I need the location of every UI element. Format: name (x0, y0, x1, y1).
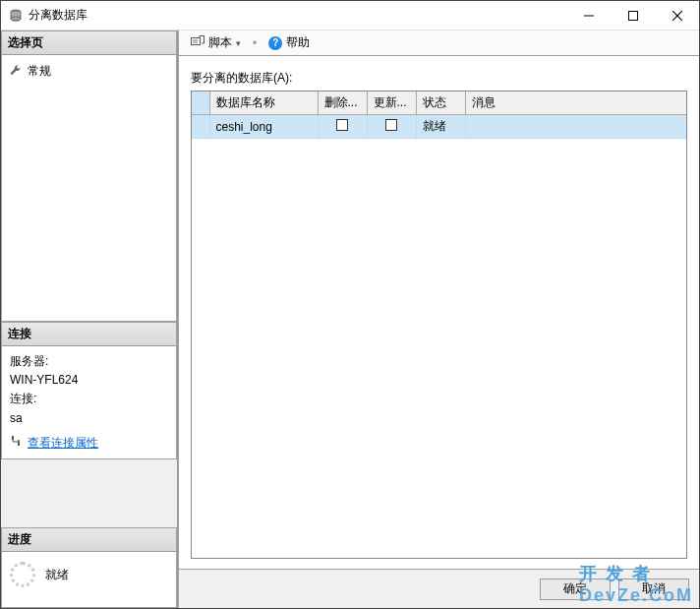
help-icon: ? (268, 36, 282, 50)
connection-icon (10, 434, 22, 453)
conn-label: 连接: (10, 390, 168, 408)
col-message[interactable]: 消息 (465, 91, 686, 115)
update-checkbox[interactable] (385, 119, 397, 131)
select-page-section: 选择页 常规 (1, 30, 177, 322)
row-handle-header (192, 91, 209, 115)
content-area: 要分离的数据库(A): 数据库名称 删除... 更新... 状态 消息 (179, 56, 699, 569)
footer: 确定 取消 (179, 569, 699, 608)
ok-button[interactable]: 确定 (540, 579, 611, 600)
connection-section: 连接 服务器: WIN-YFL624 连接: sa 查看连接属性 (1, 322, 177, 459)
database-icon (9, 9, 23, 23)
script-button[interactable]: 脚本 ▾ (187, 32, 245, 53)
view-connection-link[interactable]: 查看连接属性 (28, 434, 98, 453)
cell-name[interactable]: ceshi_long (209, 115, 318, 139)
cell-drop[interactable] (318, 115, 367, 139)
toolbar: 脚本 ▾ • ? 帮助 (179, 30, 699, 56)
col-update[interactable]: 更新... (367, 91, 416, 115)
nav-item-general[interactable]: 常规 (10, 61, 168, 82)
dialog-window: 分离数据库 选择页 常规 (0, 0, 700, 609)
maximize-button[interactable] (611, 1, 655, 30)
progress-body: 就绪 (2, 552, 176, 607)
script-label: 脚本 (208, 34, 232, 51)
progress-header: 进度 (2, 528, 176, 552)
table-row[interactable]: ceshi_long 就绪 (192, 115, 686, 139)
script-icon (191, 35, 204, 50)
sidebar-spacer (1, 459, 177, 527)
server-value: WIN-YFL624 (10, 371, 168, 390)
svg-rect-7 (18, 442, 20, 446)
cell-message (465, 115, 686, 139)
table-header-row: 数据库名称 删除... 更新... 状态 消息 (192, 91, 686, 115)
nav-item-label: 常规 (28, 63, 51, 80)
titlebar: 分离数据库 (1, 1, 699, 30)
help-label: 帮助 (286, 34, 310, 51)
conn-value: sa (10, 409, 168, 428)
wrench-icon (10, 64, 22, 79)
progress-status: 就绪 (45, 567, 69, 583)
minimize-button[interactable] (566, 1, 611, 30)
cancel-button[interactable]: 取消 (618, 579, 689, 600)
table-label: 要分离的数据库(A): (191, 70, 687, 87)
chevron-down-icon: ▾ (236, 38, 241, 48)
view-connection-row: 查看连接属性 (10, 434, 168, 453)
col-drop[interactable]: 删除... (318, 91, 367, 115)
help-button[interactable]: ? 帮助 (264, 32, 314, 53)
progress-spinner-icon (10, 562, 35, 587)
dialog-body: 选择页 常规 连接 服务器: WIN-YFL624 连接: sa (1, 30, 699, 608)
col-name[interactable]: 数据库名称 (209, 91, 318, 115)
main-panel: 脚本 ▾ • ? 帮助 要分离的数据库(A): 数据库名称 (178, 30, 699, 608)
window-controls (566, 1, 699, 30)
row-handle[interactable] (192, 115, 209, 139)
sidebar: 选择页 常规 连接 服务器: WIN-YFL624 连接: sa (1, 30, 178, 608)
connection-body: 服务器: WIN-YFL624 连接: sa 查看连接属性 (2, 346, 176, 458)
select-page-body: 常规 (2, 55, 176, 321)
window-title: 分离数据库 (29, 7, 566, 24)
cell-update[interactable] (367, 115, 416, 139)
svg-rect-6 (12, 436, 14, 440)
progress-section: 进度 就绪 (1, 527, 177, 608)
col-status[interactable]: 状态 (416, 91, 465, 115)
svg-rect-3 (628, 11, 637, 20)
server-label: 服务器: (10, 352, 168, 371)
drop-checkbox[interactable] (336, 119, 348, 131)
select-page-header: 选择页 (2, 31, 176, 55)
connection-header: 连接 (2, 323, 176, 346)
svg-rect-8 (192, 38, 201, 45)
close-button[interactable] (655, 1, 699, 30)
databases-table: 数据库名称 删除... 更新... 状态 消息 ceshi_long (191, 91, 687, 559)
cell-status: 就绪 (416, 115, 465, 139)
toolbar-separator: • (253, 36, 257, 50)
